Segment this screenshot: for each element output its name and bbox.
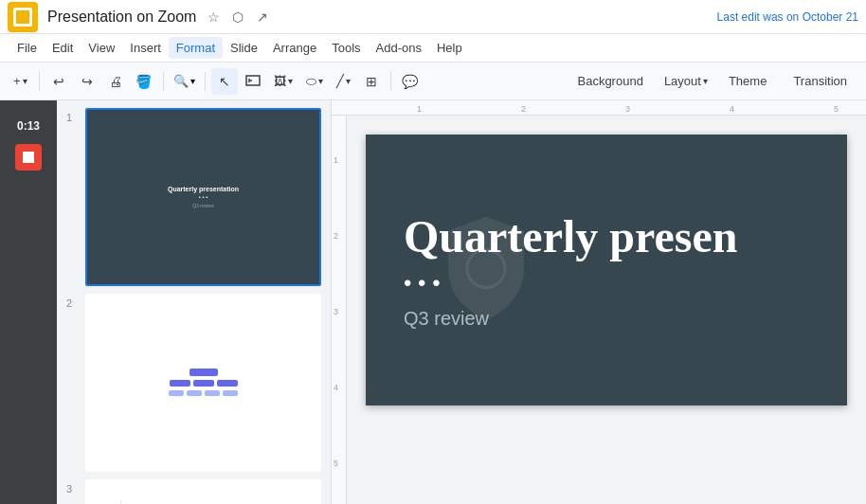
ruler-horizontal: 1 2 3 4 5 6 xyxy=(332,100,866,116)
add-chevron: ▾ xyxy=(23,76,27,86)
slide-thumb-2[interactable] xyxy=(85,294,321,472)
slide-thumb-3[interactable]: 0 5 10 15 xyxy=(85,479,321,505)
last-edit-label: Last edit was on October 21 xyxy=(717,10,858,24)
menu-insert[interactable]: Insert xyxy=(122,37,169,59)
slide1-dots: • • • xyxy=(199,194,208,200)
svg-text:3: 3 xyxy=(334,307,338,316)
slide-number-3: 3 xyxy=(66,479,80,495)
select-cursor-button[interactable]: ↖ xyxy=(211,68,238,95)
org-b1 xyxy=(169,390,184,396)
print-button[interactable]: 🖨 xyxy=(102,68,129,95)
toolbar-right: Background Layout ▾ Theme Transition xyxy=(566,70,858,92)
org-top xyxy=(189,369,218,376)
slide-canvas[interactable]: Quarterly presen • • • Q3 review xyxy=(366,135,847,405)
ruler-vertical: 1 2 3 4 5 xyxy=(332,116,347,504)
svg-text:4: 4 xyxy=(730,104,734,114)
plus-icon: + xyxy=(13,74,21,88)
background-button[interactable]: Background xyxy=(566,70,654,92)
toolbar-sep-1 xyxy=(39,72,40,91)
shape-icon: ⬭ xyxy=(306,74,316,89)
paint-format-button[interactable]: 🪣 xyxy=(131,68,157,95)
comment-button[interactable]: 💬 xyxy=(397,68,424,95)
zoom-chevron: ▾ xyxy=(190,76,195,86)
timer-stop-button[interactable] xyxy=(15,144,42,171)
stop-icon xyxy=(23,152,34,163)
menu-arrange[interactable]: Arrange xyxy=(265,37,324,59)
layout-label: Layout xyxy=(664,74,701,88)
menu-tools[interactable]: Tools xyxy=(324,37,368,59)
layout-button[interactable]: Layout ▾ xyxy=(659,72,713,90)
toolbar-sep-2 xyxy=(163,72,164,91)
drive-icon[interactable]: ⬡ xyxy=(228,8,247,27)
menu-edit[interactable]: Edit xyxy=(45,37,81,59)
layout-chevron: ▾ xyxy=(703,76,708,86)
external-icon[interactable]: ↗ xyxy=(253,8,272,27)
line-icon: ╱ xyxy=(336,74,344,88)
line-button[interactable]: ╱ ▾ xyxy=(331,72,356,90)
org-b3 xyxy=(205,390,220,396)
org-b4 xyxy=(223,390,238,396)
svg-text:5: 5 xyxy=(334,459,338,468)
document-title: Presentation on Zoom xyxy=(47,9,196,26)
menu-format[interactable]: Format xyxy=(169,37,223,59)
redo-button[interactable]: ↪ xyxy=(74,68,100,95)
slide-item-1[interactable]: 1 Quarterly presentation • • • Q3 review xyxy=(66,108,321,286)
toolbar-sep-3 xyxy=(205,72,206,91)
canvas-subtitle: Q3 review xyxy=(404,308,489,330)
textbox-icon xyxy=(245,74,261,89)
image-button[interactable]: 🖼 ▾ xyxy=(268,72,298,90)
canvas-title: Quarterly presen xyxy=(404,210,737,262)
org-middle-row xyxy=(170,380,238,387)
org-bottom-row xyxy=(169,390,238,396)
slide-number-1: 1 xyxy=(66,108,80,123)
slide1-title: Quarterly presentation xyxy=(168,186,239,192)
svg-text:2: 2 xyxy=(521,104,526,114)
textbox-button[interactable] xyxy=(240,68,266,95)
svg-text:3: 3 xyxy=(625,104,630,114)
org-m1 xyxy=(170,380,190,387)
svg-text:1: 1 xyxy=(417,104,422,114)
shape-button[interactable]: ⬭ ▾ xyxy=(300,72,329,91)
menu-view[interactable]: View xyxy=(81,37,122,59)
org-chart xyxy=(169,369,238,396)
toolbar: + ▾ ↩ ↪ 🖨 🪣 🔍 ▾ ↖ 🖼 ▾ ⬭ ▾ ╱ ▾ ⊞ 💬 xyxy=(0,63,866,100)
menu-slide[interactable]: Slide xyxy=(223,37,265,59)
slide-preview-1: Quarterly presentation • • • Q3 review xyxy=(87,110,319,284)
slide-preview-2 xyxy=(87,296,319,470)
transition-button[interactable]: Transition xyxy=(782,70,858,92)
slide-thumb-1[interactable]: Quarterly presentation • • • Q3 review xyxy=(85,108,321,286)
slide-canvas-area[interactable]: Quarterly presen • • • Q3 review xyxy=(347,116,866,504)
svg-text:4: 4 xyxy=(334,383,338,392)
menu-file[interactable]: File xyxy=(9,37,45,59)
line-chevron: ▾ xyxy=(346,76,351,86)
zoom-icon: 🔍 xyxy=(173,74,189,88)
slide-item-3[interactable]: 3 0 5 10 15 xyxy=(66,479,321,505)
menu-addons[interactable]: Add-ons xyxy=(369,37,429,59)
menu-help[interactable]: Help xyxy=(429,37,470,59)
timer-panel: 0:13 xyxy=(0,100,57,504)
timer-display: 0:13 xyxy=(17,119,40,133)
shape-chevron: ▾ xyxy=(318,76,323,86)
slide-panel: 1 Quarterly presentation • • • Q3 review… xyxy=(57,100,332,504)
toolbar-sep-4 xyxy=(390,72,391,91)
svg-text:2: 2 xyxy=(334,231,338,241)
slide-item-2[interactable]: 2 xyxy=(66,294,321,472)
app-icon-inner xyxy=(13,8,32,27)
main-layout: 0:13 1 Quarterly presentation • • • Q3 r… xyxy=(0,100,866,504)
slide-preview-3: 0 5 10 15 xyxy=(87,481,319,505)
menu-bar: File Edit View Insert Format Slide Arran… xyxy=(0,34,866,63)
add-button[interactable]: + ▾ xyxy=(8,72,33,90)
svg-text:1: 1 xyxy=(334,155,338,165)
image-chevron: ▾ xyxy=(288,76,293,86)
ruler-v-svg: 1 2 3 4 5 xyxy=(332,116,347,504)
slide1-sub: Q3 review xyxy=(192,203,214,208)
org-m3 xyxy=(217,380,238,387)
theme-button[interactable]: Theme xyxy=(717,70,778,92)
canvas-dots: • • • xyxy=(404,270,441,297)
org-b2 xyxy=(187,390,202,396)
undo-button[interactable]: ↩ xyxy=(45,68,72,95)
zoom-control[interactable]: 🔍 ▾ xyxy=(170,72,199,90)
org-m2 xyxy=(193,380,214,387)
bookmark-icon[interactable]: ☆ xyxy=(204,8,223,27)
align-button[interactable]: ⊞ xyxy=(358,68,385,95)
